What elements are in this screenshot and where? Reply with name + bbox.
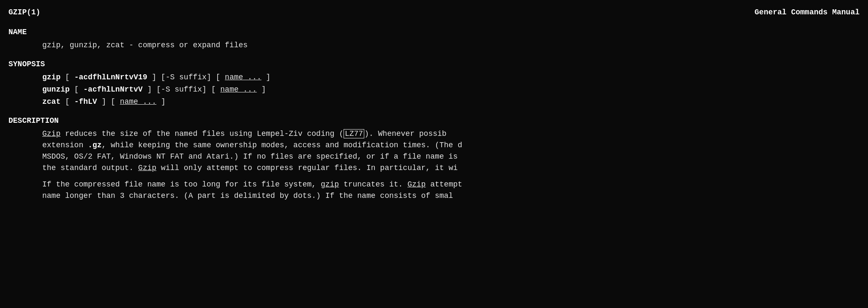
section-synopsis: SYNOPSIS gzip [ -acdfhlLnNrtvV19 ] [-S s…	[8, 59, 860, 108]
synopsis-gzip-flags: [ -acdfhlLnNrtvV19 ] [-S suffix] [	[60, 73, 225, 81]
synopsis-zcat-flags: [ -fhLV ] [	[60, 97, 120, 106]
synopsis-gzip: gzip	[42, 73, 60, 81]
lz77-highlight: LZ77	[344, 129, 364, 138]
description-text-6: name longer than 3 characters. (A part i…	[42, 192, 453, 200]
description-para-1: Gzip reduces the size of the named files…	[8, 128, 860, 174]
man-header-left: GZIP(1)	[8, 7, 41, 18]
man-header-center: General Commands Manual	[755, 7, 860, 18]
synopsis-gzip-name: name ...	[225, 73, 261, 81]
synopsis-gunzip-flags: [ -acfhlLnNrtvV ] [-S suffix] [	[70, 85, 220, 94]
synopsis-zcat-name: name ...	[120, 97, 156, 106]
section-name-title: NAME	[8, 27, 860, 38]
synopsis-line-1: gzip [ -acdfhlLnNrtvV19 ] [-S suffix] [ …	[42, 72, 860, 83]
description-gzip-link-4: Gzip	[407, 180, 426, 189]
description-text-2: extension .gz, while keeping the same ow…	[42, 141, 462, 149]
synopsis-zcat: zcat	[42, 97, 60, 106]
synopsis-gunzip-suffix: ]	[257, 85, 266, 94]
synopsis-line-3: zcat [ -fhLV ] [ name ... ]	[42, 96, 860, 108]
section-name-content: gzip, gunzip, zcat - compress or expand …	[8, 40, 860, 51]
man-header: GZIP(1) General Commands Manual	[8, 7, 860, 18]
description-text-3: MSDOS, OS/2 FAT, Windows NT FAT and Atar…	[42, 152, 458, 161]
section-description-title: DESCRIPTION	[8, 115, 860, 127]
description-gzip-link-1: Gzip	[42, 130, 60, 138]
section-name: NAME gzip, gunzip, zcat - compress or ex…	[8, 27, 860, 51]
man-page: GZIP(1) General Commands Manual NAME gzi…	[8, 7, 860, 202]
section-synopsis-content: gzip [ -acdfhlLnNrtvV19 ] [-S suffix] [ …	[8, 72, 860, 108]
synopsis-gunzip: gunzip	[42, 85, 70, 94]
description-text-1: reduces the size of the named files usin…	[60, 129, 446, 138]
description-text-5: If the compressed file name is too long …	[42, 180, 462, 189]
description-text-4: the standard output. Gzip will only atte…	[42, 164, 458, 172]
synopsis-gzip-suffix: ]	[262, 73, 271, 81]
section-synopsis-title: SYNOPSIS	[8, 59, 860, 70]
synopsis-line-2: gunzip [ -acfhlLnNrtvV ] [-S suffix] [ n…	[42, 84, 860, 95]
description-gzip-link-3: gzip	[321, 180, 339, 189]
section-description: DESCRIPTION Gzip reduces the size of the…	[8, 115, 860, 202]
synopsis-zcat-suffix: ]	[156, 97, 166, 106]
description-gzip-link-2: Gzip	[138, 164, 156, 172]
synopsis-gunzip-name: name ...	[220, 85, 257, 94]
description-para-2: If the compressed file name is too long …	[8, 179, 860, 202]
name-content-text: gzip, gunzip, zcat - compress or expand …	[42, 41, 248, 49]
